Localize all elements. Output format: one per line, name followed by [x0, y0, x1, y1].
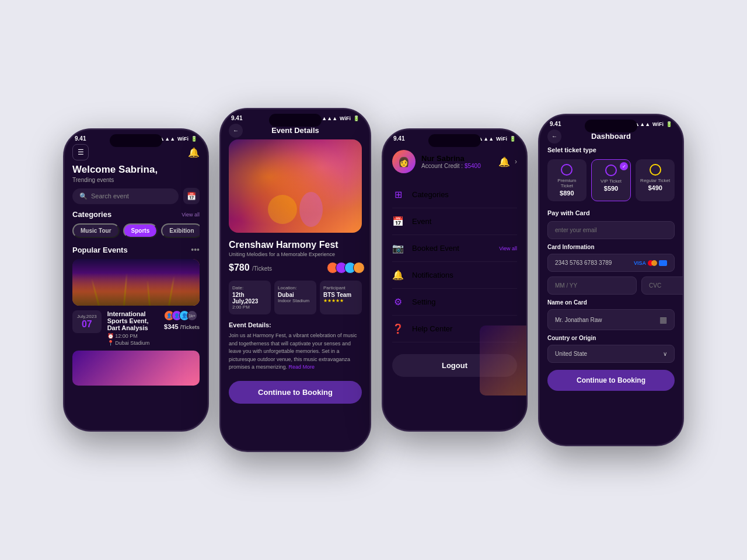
- regular-ticket-price: $490: [639, 184, 671, 191]
- regular-ring: [650, 164, 661, 176]
- regular-ticket-name: Regular Ticket: [639, 178, 671, 183]
- country-row[interactable]: United State ∨: [547, 345, 675, 363]
- event-title-2: Crenshaw Harmony Fest: [229, 240, 362, 250]
- popular-dots[interactable]: •••: [191, 245, 200, 254]
- menu-notifications[interactable]: 🔔 Notifications: [392, 262, 517, 289]
- continue-booking-button-2[interactable]: Continue to Booking: [229, 381, 362, 404]
- vip-ticket-name: VIP Ticket: [595, 178, 627, 184]
- event-month: July,2023: [77, 314, 97, 319]
- screens-container: 9.41 ▲▲▲ WiFi 🔋 ☰ 🔔 Welcome Sabrina, Tre…: [51, 85, 696, 475]
- status-icons-3: ▲▲▲ WiFi 🔋: [478, 136, 516, 142]
- status-time-2: 9.41: [231, 115, 242, 121]
- cat-music-tour[interactable]: Music Tour: [72, 223, 120, 238]
- menu-event[interactable]: 📅 Event: [392, 208, 517, 235]
- event-img-overlay: [72, 259, 200, 306]
- phone-home: 9.41 ▲▲▲ WiFi 🔋 ☰ 🔔 Welcome Sabrina, Tre…: [63, 128, 209, 432]
- search-box[interactable]: 🔍 Search event: [72, 188, 179, 204]
- location-icon: 📍: [107, 340, 114, 346]
- categories-view-all[interactable]: View all: [181, 212, 200, 218]
- premium-ticket-name: Premium Ticket: [551, 178, 583, 188]
- email-input[interactable]: [547, 221, 675, 239]
- menu-setting[interactable]: ⚙ Setting: [392, 289, 517, 316]
- phone-dashboard: 9.41 ▲▲▲ WiFi 🔋 ← Dashboard Selet ticket…: [538, 114, 684, 446]
- country-label: Country or Origin: [547, 335, 675, 341]
- phone1-content: ☰ 🔔 Welcome Sabrina, Trending events 🔍 S…: [64, 144, 208, 424]
- phone-notch-3: [428, 134, 481, 147]
- vip-ticket-price: $590: [595, 185, 627, 192]
- chevron-right-icon: ›: [515, 158, 517, 166]
- phone2-content: ← Event Details Crenshaw Harmony Fest Un…: [221, 124, 370, 444]
- event-menu-label: Event: [412, 217, 431, 226]
- regular-ticket[interactable]: Regular Ticket $490: [636, 159, 675, 201]
- search-icon: 🔍: [79, 192, 88, 200]
- event-icon: 📅: [392, 216, 404, 227]
- battery-icon-1: 🔋: [191, 136, 197, 142]
- country-value: United State: [555, 351, 587, 357]
- status-time-4: 9.41: [550, 121, 561, 127]
- bg-event-image: [480, 326, 526, 396]
- back-button-4[interactable]: ←: [547, 130, 561, 144]
- vip-check-icon: ✓: [620, 162, 628, 170]
- popular-header: Popular Events •••: [72, 245, 200, 254]
- meta-participant: Participant BTS Team ★★★★★: [320, 281, 362, 314]
- card-number-text: 2343 5763 6783 3789: [555, 260, 612, 266]
- premium-ticket-price: $890: [551, 190, 583, 197]
- welcome-text: Welcome Sabrina,: [72, 164, 200, 176]
- battery-icon-4: 🔋: [666, 121, 672, 127]
- vip-ring: [605, 164, 617, 176]
- event-price-block: 👤 👤 👤 1k+ $345 /Tickets: [164, 310, 200, 330]
- user-avatar: 👩: [392, 150, 416, 173]
- menu-categories[interactable]: ⊞ Categories: [392, 181, 517, 208]
- status-icons-4: ▲▲▲ WiFi 🔋: [634, 121, 672, 127]
- vip-ticket[interactable]: ✓ VIP Ticket $590: [591, 159, 631, 201]
- continue-booking-button-4[interactable]: Continue to Booking: [547, 370, 675, 391]
- event-details-title: Event Details:: [229, 321, 362, 328]
- event-meta: Date: 12th July,2023 2:00 PM Location: D…: [229, 281, 362, 314]
- menu-booked-event[interactable]: 📷 Booked Event View all: [392, 235, 517, 262]
- notification-bell-icon[interactable]: 🔔: [188, 147, 200, 158]
- cvc-input[interactable]: [641, 276, 683, 295]
- event-subtitle: Uniting Melodies for a Memorable Experie…: [229, 251, 362, 257]
- account-credit: Account Credit : $5400: [421, 163, 481, 169]
- event-card: July,2023 07 International Sports Event,…: [72, 310, 200, 346]
- cardholder-name: Mr. Jonathan Raw: [555, 317, 602, 323]
- participant-avatars-2: [327, 262, 362, 274]
- event-price: $345 /Tickets: [164, 323, 200, 330]
- cat-sports[interactable]: Sports: [123, 223, 158, 238]
- help-center-label: Help Center: [412, 324, 452, 333]
- second-event-image[interactable]: [72, 351, 200, 386]
- participant-avatars: 👤 👤 👤 1k+: [164, 310, 200, 321]
- popular-event-image[interactable]: [72, 259, 200, 306]
- clock-icon: ⏰: [107, 333, 114, 339]
- battery-icon-3: 🔋: [509, 136, 516, 142]
- event-date-block: July,2023 07: [72, 310, 102, 333]
- notification-icon[interactable]: 🔔: [498, 156, 510, 167]
- calendar-button[interactable]: 📅: [183, 188, 200, 204]
- back-button-2[interactable]: ←: [229, 124, 243, 138]
- avatar-count: 1k+: [187, 310, 197, 321]
- phone4-content: ← Dashboard Selet ticket type Premium Ti…: [539, 130, 683, 439]
- event-info: International Sports Event, Dart Analysi…: [107, 310, 158, 346]
- premium-ticket[interactable]: Premium Ticket $890: [547, 159, 587, 201]
- card-expiry-row: [547, 276, 675, 295]
- categories-list: Music Tour Sports Exibition Techno: [72, 223, 200, 238]
- event-location: 📍 Dubai Stadium: [107, 340, 158, 346]
- booked-view-all[interactable]: View all: [499, 246, 517, 251]
- mastercard-logo: [648, 260, 657, 266]
- popular-title: Popular Events: [72, 246, 128, 254]
- price-block: $780 /Tickets: [229, 262, 272, 273]
- name-on-card-label: Name on Card: [547, 299, 675, 306]
- status-time-1: 9.41: [75, 135, 86, 142]
- blue-card-logo: [659, 260, 667, 266]
- cat-exhibition[interactable]: Exibition: [161, 223, 200, 238]
- categories-menu-label: Categories: [412, 190, 449, 199]
- mm-yy-input[interactable]: [547, 276, 637, 295]
- read-more-link[interactable]: Read More: [289, 364, 315, 370]
- phone-notch-1: [110, 134, 162, 147]
- event-name: International Sports Event, Dart Analysi…: [107, 310, 158, 331]
- profile-row: 👩 Nur Sabrina Account Credit : $5400 🔔 ›: [392, 144, 517, 181]
- back-icon-2: ←: [233, 127, 239, 134]
- menu-icon[interactable]: ☰: [72, 144, 89, 160]
- name-on-card-row: Mr. Jonathan Raw ▦: [547, 309, 675, 330]
- wifi-icon-1: WiFi: [177, 136, 189, 142]
